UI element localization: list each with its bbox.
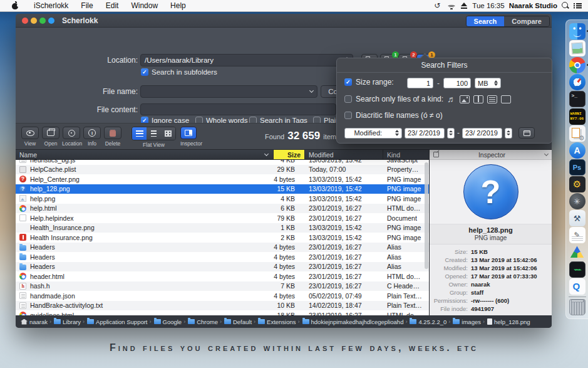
- path-item[interactable]: 4.25.2.2_0 ›: [410, 318, 450, 325]
- dock-safari-icon[interactable]: [569, 74, 585, 90]
- path-item[interactable]: Extensions ›: [258, 318, 299, 325]
- flat-view-segment[interactable]: [132, 127, 147, 140]
- file-content-input[interactable]: [140, 103, 336, 115]
- delete-button[interactable]: Delete: [103, 127, 122, 147]
- menu-account[interactable]: Naarak Studio: [509, 2, 557, 9]
- table-row[interactable]: Health_Insurance.png 1 KB 13/03/2019, 15…: [16, 223, 429, 233]
- path-item[interactable]: naarak ›: [21, 318, 51, 325]
- table-row[interactable]: Headers 24 bytes 23/01/2019, 16:27 Alias: [16, 243, 429, 253]
- subfolders-checkbox[interactable]: [141, 68, 148, 76]
- subfolders-checkbox-row[interactable]: Search in subfolders: [141, 68, 217, 76]
- column-header-kind[interactable]: Kind: [383, 150, 429, 159]
- notification-center-icon[interactable]: [574, 3, 582, 9]
- table-row[interactable]: handmade.json 4 bytes 05/02/2019, 07:49 …: [16, 291, 429, 301]
- minimize-button[interactable]: [31, 18, 37, 24]
- scrollbar[interactable]: [425, 162, 428, 269]
- dock-textedit-icon[interactable]: ✎: [569, 227, 585, 243]
- path-item[interactable]: help_128.png ›: [487, 318, 530, 325]
- date-kind-select[interactable]: Modified:: [344, 128, 402, 139]
- kind-filter-checkbox[interactable]: [344, 95, 352, 103]
- calendar-button[interactable]: [518, 127, 535, 139]
- file-name-combobox[interactable]: [140, 85, 317, 98]
- menu-item[interactable]: Window: [125, 1, 164, 10]
- tab-compare[interactable]: Compare: [504, 16, 549, 26]
- path-item[interactable]: Default ›: [224, 318, 255, 325]
- dock-chrome-icon[interactable]: [569, 57, 585, 73]
- table-row[interactable]: Help_Center.png 574 bytes 13/03/2019, 15…: [16, 174, 429, 184]
- dock-xcode-icon[interactable]: ⚒: [569, 210, 585, 226]
- column-header-modified[interactable]: Modified: [305, 150, 383, 159]
- table-row[interactable]: help.png 4 KB 13/03/2019, 15:42 PNG imag…: [16, 194, 429, 204]
- outline-view-segment[interactable]: [147, 127, 161, 140]
- apple-menu-icon[interactable]: [11, 2, 19, 9]
- table-row[interactable]: Help.helpindex 79 KB 23/01/2019, 16:27 D…: [16, 213, 429, 223]
- column-header-size[interactable]: Size: [274, 150, 305, 159]
- table-row[interactable]: HandBrake-activitylog.txt 10 KB 14/02/20…: [16, 301, 429, 311]
- grid-view-segment[interactable]: [161, 127, 175, 140]
- size-unit-select[interactable]: MB: [475, 78, 501, 88]
- path-item[interactable]: Library ›: [54, 318, 85, 325]
- blank-document-kind-icon[interactable]: [501, 95, 511, 103]
- path-item[interactable]: hdokiejnpimakedhajhdlcegeplioahd ›: [302, 318, 408, 325]
- location-combobox[interactable]: /Users/naarak/Library: [140, 54, 353, 66]
- table-row[interactable]: guidelines.html 18 KB 23/01/2019, 16:27 …: [16, 310, 429, 315]
- fullscreen-button[interactable]: [48, 18, 54, 24]
- size-min-input[interactable]: 1: [407, 78, 433, 88]
- diacritic-checkbox[interactable]: [344, 112, 352, 119]
- time-machine-icon[interactable]: ↺: [432, 1, 442, 10]
- dock-trash-icon[interactable]: [569, 299, 585, 315]
- inspector-collapse-chevron[interactable]: [544, 152, 549, 156]
- view-button[interactable]: View: [21, 127, 39, 147]
- menu-item[interactable]: iScherlokk: [28, 1, 75, 10]
- table-row[interactable]: Health Insurance.png 2 KB 13/03/2019, 15…: [16, 233, 429, 243]
- menu-item[interactable]: Help: [164, 1, 192, 10]
- music-kind-icon[interactable]: ♬: [447, 95, 456, 103]
- open-button[interactable]: Open: [41, 127, 60, 147]
- dock-finder-icon[interactable]: [569, 23, 585, 39]
- table-row[interactable]: heuristics_bg.js 4 KB 13/03/2019, 15:42 …: [16, 160, 429, 165]
- size-max-input[interactable]: 100: [443, 78, 471, 88]
- table-row[interactable]: hash.h 7 KB 23/01/2019, 16:27 C Heade…: [16, 281, 429, 292]
- dock-quicktime-icon[interactable]: [569, 278, 585, 295]
- movie-kind-icon[interactable]: [473, 95, 483, 103]
- size-range-checkbox[interactable]: [344, 78, 352, 86]
- path-item[interactable]: Application Support ›: [87, 318, 151, 325]
- zoom-button[interactable]: [39, 18, 46, 24]
- dock-photos-icon[interactable]: [569, 40, 585, 56]
- dock-ticker-icon[interactable]: [569, 108, 585, 125]
- table-row[interactable]: header.html 404 bytes 23/01/2019, 16:27 …: [16, 271, 429, 281]
- dock-appstore-icon[interactable]: A: [569, 142, 585, 159]
- dock-photoshop-icon[interactable]: Ps: [569, 159, 585, 176]
- tab-search[interactable]: Search: [467, 16, 505, 26]
- path-item[interactable]: images ›: [453, 318, 485, 325]
- dock-activity-monitor-icon[interactable]: ⌁⌁: [569, 261, 585, 278]
- image-kind-icon[interactable]: [460, 95, 470, 103]
- date-to-stepper[interactable]: [505, 128, 512, 139]
- table-row[interactable]: Headers 24 bytes 23/01/2019, 16:27 Alias: [16, 262, 429, 272]
- date-to-input[interactable]: 23/ 2/2019: [462, 128, 502, 139]
- dock-googledrive-icon[interactable]: [569, 244, 585, 260]
- column-header-name[interactable]: Name: [16, 150, 274, 159]
- table-row[interactable]: Headers 24 bytes 23/01/2019, 16:27 Alias: [16, 252, 429, 262]
- dock-terminal-icon[interactable]: [569, 91, 585, 107]
- table-row[interactable]: help.html 6 KB 23/01/2019, 16:27 HTML do…: [16, 204, 429, 214]
- info-button[interactable]: i Info: [83, 127, 101, 147]
- path-item[interactable]: Google ›: [154, 318, 186, 325]
- eject-icon[interactable]: [460, 3, 468, 9]
- menu-item[interactable]: Edit: [100, 1, 125, 10]
- date-from-input[interactable]: 23/ 2/2019: [405, 128, 445, 139]
- menu-clock[interactable]: Tue 16:35: [472, 2, 504, 9]
- table-row[interactable]: help_128.png 15 KB 13/03/2019, 15:42 PNG…: [16, 184, 429, 194]
- menu-item[interactable]: File: [75, 1, 99, 10]
- dock-utility-icon[interactable]: ⚙: [569, 176, 585, 192]
- inspector-toggle-button[interactable]: Inspector: [180, 127, 202, 147]
- close-button[interactable]: [22, 18, 28, 24]
- table-row[interactable]: HelpCache.plist 29 KB Today, 07:00 Prope…: [16, 165, 429, 175]
- location-button[interactable]: Location: [62, 127, 81, 147]
- text-document-kind-icon[interactable]: [487, 95, 497, 103]
- dock-helm-icon[interactable]: ✳: [569, 193, 585, 209]
- dock-installer-icon[interactable]: [569, 125, 585, 142]
- wifi-icon[interactable]: [446, 3, 456, 9]
- spotlight-icon[interactable]: [562, 2, 569, 9]
- path-item[interactable]: Chrome ›: [188, 318, 222, 325]
